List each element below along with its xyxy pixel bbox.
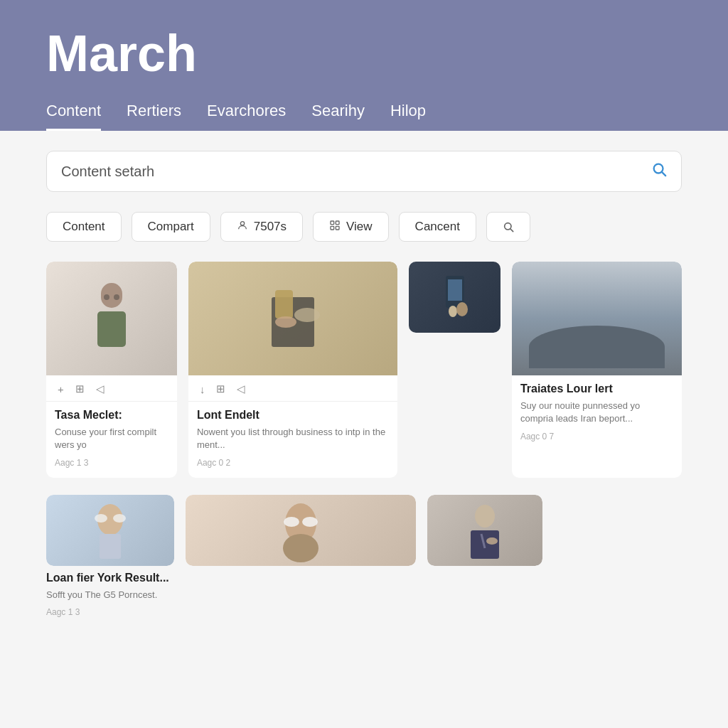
svg-point-27: [302, 517, 318, 527]
svg-rect-4: [336, 221, 339, 225]
search-button[interactable]: [651, 161, 667, 181]
svg-rect-14: [275, 290, 293, 318]
filter-chips: Content Compart 7507s View Cancent: [46, 212, 682, 242]
svg-rect-9: [101, 283, 122, 308]
filter-view-label: View: [346, 220, 373, 234]
svg-rect-24: [100, 534, 121, 559]
person-icon: [237, 220, 248, 234]
filter-view[interactable]: View: [313, 212, 389, 242]
row2-card-3: [427, 495, 542, 623]
card-4: Traiates Lour lert Suy our nouite punnes…: [512, 262, 682, 477]
row2-card-2-image: [186, 495, 416, 566]
svg-point-2: [240, 222, 244, 225]
svg-point-16: [294, 308, 320, 322]
svg-line-1: [662, 172, 665, 176]
row2-card-4: [554, 495, 682, 623]
card-4-desc: Suy our nouite punnessed yo compria lead…: [520, 400, 673, 425]
row2-card-1-meta: Aagc 1 3: [46, 607, 174, 617]
row2-card-2: [186, 495, 416, 623]
card-1-image: [46, 262, 177, 375]
nav-tabs: Content Rertiers Evarchores Searihy Hilo…: [46, 102, 682, 131]
card-2-grid-btn[interactable]: ⊞: [213, 381, 228, 397]
card-2-meta: Aagc 0 2: [197, 458, 389, 468]
card-1-add-btn[interactable]: +: [55, 381, 67, 397]
search-input[interactable]: [61, 164, 651, 180]
svg-point-15: [275, 316, 296, 328]
svg-point-22: [95, 514, 107, 523]
card-1-desc: Conuse your first compilt wers yo: [55, 426, 168, 451]
card-2-image: [188, 262, 397, 375]
filter-compart[interactable]: Compart: [132, 212, 210, 242]
svg-point-20: [456, 302, 468, 316]
card-2: ↓ ⊞ ◁ Lont Endelt Nowent you list throug…: [188, 262, 397, 477]
content-grid-row2: Loan fier York Result... Sofft you The G…: [46, 495, 682, 623]
svg-point-12: [114, 294, 119, 300]
row2-card-1-image: [46, 495, 174, 566]
card-2-body: Lont Endelt Nowent you list through busi…: [188, 402, 397, 477]
filter-search-chip[interactable]: [486, 212, 530, 242]
svg-point-32: [486, 537, 498, 545]
card-1-actions: + ⊞ ◁: [46, 375, 177, 402]
card-1-body: Tasa Meclet: Conuse your first compilt w…: [46, 402, 177, 477]
card-2-desc: Nowent you list through business to intp…: [197, 426, 389, 451]
svg-line-8: [510, 229, 513, 232]
card-1-grid-btn[interactable]: ⊞: [73, 381, 87, 397]
svg-rect-3: [331, 221, 334, 225]
svg-point-28: [283, 534, 318, 562]
page-title: March: [46, 26, 682, 82]
card-4-meta: Aagc 0 7: [520, 432, 673, 441]
content-grid-row1: + ⊞ ◁ Tasa Meclet: Conuse your first com…: [46, 262, 682, 491]
card-1-share-btn[interactable]: ◁: [93, 381, 107, 397]
filter-7507s[interactable]: 7507s: [220, 212, 303, 242]
tab-rertiers[interactable]: Rertiers: [127, 102, 181, 131]
card-1: + ⊞ ◁ Tasa Meclet: Conuse your first com…: [46, 262, 177, 477]
row2-card-1-desc: Sofft you The G5 Porncest.: [46, 589, 174, 601]
card-4-title: Traiates Lour lert: [520, 382, 673, 395]
card-2-down-btn[interactable]: ↓: [197, 381, 208, 397]
svg-point-29: [475, 505, 495, 528]
card-3: [409, 262, 500, 477]
svg-rect-10: [97, 311, 126, 347]
filter-content-label: Content: [63, 220, 105, 234]
search-bar: [46, 151, 682, 192]
filter-compart-label: Compart: [148, 220, 194, 234]
svg-point-26: [284, 517, 299, 527]
card-1-title: Tasa Meclet:: [55, 409, 168, 422]
row2-card-1-body: Loan fier York Result... Sofft you The G…: [46, 566, 174, 623]
svg-point-19: [449, 306, 457, 317]
filter-content[interactable]: Content: [46, 212, 122, 242]
card-4-body: Traiates Lour lert Suy our nouite punnes…: [512, 375, 682, 451]
body: Content Compart 7507s View Cancent: [0, 131, 728, 643]
svg-rect-18: [448, 279, 462, 301]
filter-cancent-label: Cancent: [415, 220, 460, 234]
tab-hilop[interactable]: Hilop: [390, 102, 426, 131]
tab-evarchores[interactable]: Evarchores: [207, 102, 286, 131]
svg-point-23: [113, 514, 126, 523]
tab-searihy[interactable]: Searihy: [311, 102, 365, 131]
header: March Content Rertiers Evarchores Searih…: [0, 0, 728, 131]
card-1-meta: Aagc 1 3: [55, 458, 168, 468]
tab-content[interactable]: Content: [46, 102, 101, 131]
svg-rect-6: [336, 227, 339, 230]
view-icon: [329, 220, 341, 234]
row2-card-1-title: Loan fier York Result...: [46, 572, 174, 584]
card-2-title: Lont Endelt: [197, 409, 389, 422]
filter-7507s-label: 7507s: [254, 220, 287, 234]
svg-rect-5: [331, 227, 334, 230]
card-2-share-btn[interactable]: ◁: [234, 381, 248, 397]
card-3-image: [409, 262, 500, 333]
card-2-actions: ↓ ⊞ ◁: [188, 375, 397, 402]
svg-point-11: [104, 294, 109, 300]
filter-cancent[interactable]: Cancent: [399, 212, 476, 242]
row2-card-1: Loan fier York Result... Sofft you The G…: [46, 495, 174, 623]
card-4-image: [512, 262, 682, 375]
row2-card-3-image: [427, 495, 542, 566]
